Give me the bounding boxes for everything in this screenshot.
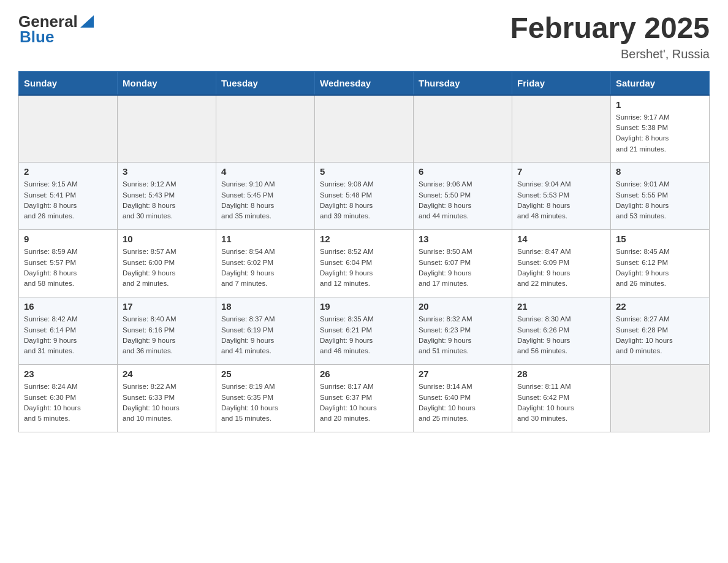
day-info: Sunrise: 8:37 AM Sunset: 6:19 PM Dayligh… [221,314,309,356]
table-row: 21Sunrise: 8:30 AM Sunset: 6:26 PM Dayli… [512,297,611,365]
day-info: Sunrise: 8:22 AM Sunset: 6:33 PM Dayligh… [123,381,211,424]
week-row-2: 2Sunrise: 9:15 AM Sunset: 5:41 PM Daylig… [19,163,710,230]
week-row-1: 1Sunrise: 9:17 AM Sunset: 5:38 PM Daylig… [19,95,710,163]
table-row [414,95,512,163]
table-row: 3Sunrise: 9:12 AM Sunset: 5:43 PM Daylig… [118,163,216,230]
day-info: Sunrise: 8:27 AM Sunset: 6:28 PM Dayligh… [616,314,704,356]
day-info: Sunrise: 8:19 AM Sunset: 6:35 PM Dayligh… [221,381,309,424]
day-info: Sunrise: 8:24 AM Sunset: 6:30 PM Dayligh… [24,381,112,424]
table-row: 6Sunrise: 9:06 AM Sunset: 5:50 PM Daylig… [414,163,512,230]
table-row: 11Sunrise: 8:54 AM Sunset: 6:02 PM Dayli… [216,230,315,297]
header-monday: Monday [118,71,216,95]
table-row: 16Sunrise: 8:42 AM Sunset: 6:14 PM Dayli… [19,297,118,365]
day-number: 4 [221,166,309,177]
day-number: 9 [24,234,112,244]
svg-marker-0 [80,15,94,28]
table-row: 12Sunrise: 8:52 AM Sunset: 6:04 PM Dayli… [315,230,414,297]
table-row: 5Sunrise: 9:08 AM Sunset: 5:48 PM Daylig… [315,163,414,230]
table-row: 15Sunrise: 8:45 AM Sunset: 6:12 PM Dayli… [611,230,710,297]
table-row [19,95,118,163]
day-number: 20 [419,301,507,312]
table-row [118,95,216,163]
day-number: 18 [221,301,309,312]
day-info: Sunrise: 9:17 AM Sunset: 5:38 PM Dayligh… [616,112,704,155]
table-row [512,95,611,163]
table-row: 19Sunrise: 8:35 AM Sunset: 6:21 PM Dayli… [315,297,414,365]
day-number: 1 [616,99,704,110]
day-number: 10 [123,234,211,244]
location: Bershet', Russia [510,47,710,61]
day-number: 2 [24,166,112,177]
day-info: Sunrise: 8:32 AM Sunset: 6:23 PM Dayligh… [419,314,507,356]
table-row: 14Sunrise: 8:47 AM Sunset: 6:09 PM Dayli… [512,230,611,297]
day-number: 15 [616,234,704,244]
table-row: 9Sunrise: 8:59 AM Sunset: 5:57 PM Daylig… [19,230,118,297]
table-row: 27Sunrise: 8:14 AM Sunset: 6:40 PM Dayli… [414,365,512,432]
day-number: 14 [517,234,605,244]
table-row [216,95,315,163]
table-row: 22Sunrise: 8:27 AM Sunset: 6:28 PM Dayli… [611,297,710,365]
day-info: Sunrise: 9:10 AM Sunset: 5:45 PM Dayligh… [221,179,309,221]
day-info: Sunrise: 8:14 AM Sunset: 6:40 PM Dayligh… [419,381,507,424]
header-tuesday: Tuesday [216,71,315,95]
table-row: 17Sunrise: 8:40 AM Sunset: 6:16 PM Dayli… [118,297,216,365]
day-info: Sunrise: 8:11 AM Sunset: 6:42 PM Dayligh… [517,381,605,424]
day-info: Sunrise: 8:30 AM Sunset: 6:26 PM Dayligh… [517,314,605,356]
calendar-table: Sunday Monday Tuesday Wednesday Thursday… [18,71,710,433]
table-row: 20Sunrise: 8:32 AM Sunset: 6:23 PM Dayli… [414,297,512,365]
table-row: 18Sunrise: 8:37 AM Sunset: 6:19 PM Dayli… [216,297,315,365]
title-area: February 2025 Bershet', Russia [510,12,710,61]
day-number: 28 [517,369,605,379]
week-row-4: 16Sunrise: 8:42 AM Sunset: 6:14 PM Dayli… [19,297,710,365]
day-number: 25 [221,369,309,379]
table-row: 2Sunrise: 9:15 AM Sunset: 5:41 PM Daylig… [19,163,118,230]
day-info: Sunrise: 8:35 AM Sunset: 6:21 PM Dayligh… [320,314,408,356]
day-info: Sunrise: 8:40 AM Sunset: 6:16 PM Dayligh… [123,314,211,356]
day-number: 23 [24,369,112,379]
logo-triangle-icon [80,15,94,28]
day-info: Sunrise: 9:06 AM Sunset: 5:50 PM Dayligh… [419,179,507,221]
day-number: 3 [123,166,211,177]
day-info: Sunrise: 8:59 AM Sunset: 5:57 PM Dayligh… [24,247,112,289]
day-info: Sunrise: 9:08 AM Sunset: 5:48 PM Dayligh… [320,179,408,221]
day-number: 27 [419,369,507,379]
header-sunday: Sunday [19,71,118,95]
week-row-5: 23Sunrise: 8:24 AM Sunset: 6:30 PM Dayli… [19,365,710,432]
day-number: 13 [419,234,507,244]
table-row [315,95,414,163]
header-thursday: Thursday [414,71,512,95]
table-row: 8Sunrise: 9:01 AM Sunset: 5:55 PM Daylig… [611,163,710,230]
day-number: 7 [517,166,605,177]
header-wednesday: Wednesday [315,71,414,95]
table-row: 1Sunrise: 9:17 AM Sunset: 5:38 PM Daylig… [611,95,710,163]
day-number: 17 [123,301,211,312]
day-info: Sunrise: 8:50 AM Sunset: 6:07 PM Dayligh… [419,247,507,289]
table-row: 28Sunrise: 8:11 AM Sunset: 6:42 PM Dayli… [512,365,611,432]
day-number: 6 [419,166,507,177]
day-number: 11 [221,234,309,244]
month-title: February 2025 [510,12,710,45]
table-row: 24Sunrise: 8:22 AM Sunset: 6:33 PM Dayli… [118,365,216,432]
day-info: Sunrise: 8:45 AM Sunset: 6:12 PM Dayligh… [616,247,704,289]
day-number: 16 [24,301,112,312]
header-friday: Friday [512,71,611,95]
day-info: Sunrise: 8:42 AM Sunset: 6:14 PM Dayligh… [24,314,112,356]
day-info: Sunrise: 8:17 AM Sunset: 6:37 PM Dayligh… [320,381,408,424]
day-info: Sunrise: 9:01 AM Sunset: 5:55 PM Dayligh… [616,179,704,221]
table-row: 23Sunrise: 8:24 AM Sunset: 6:30 PM Dayli… [19,365,118,432]
day-info: Sunrise: 8:47 AM Sunset: 6:09 PM Dayligh… [517,247,605,289]
day-number: 22 [616,301,704,312]
logo: General Blue [18,12,94,47]
table-row: 10Sunrise: 8:57 AM Sunset: 6:00 PM Dayli… [118,230,216,297]
day-number: 8 [616,166,704,177]
table-row [611,365,710,432]
day-info: Sunrise: 8:54 AM Sunset: 6:02 PM Dayligh… [221,247,309,289]
table-row: 7Sunrise: 9:04 AM Sunset: 5:53 PM Daylig… [512,163,611,230]
day-number: 5 [320,166,408,177]
week-row-3: 9Sunrise: 8:59 AM Sunset: 5:57 PM Daylig… [19,230,710,297]
day-number: 19 [320,301,408,312]
day-info: Sunrise: 9:12 AM Sunset: 5:43 PM Dayligh… [123,179,211,221]
table-row: 4Sunrise: 9:10 AM Sunset: 5:45 PM Daylig… [216,163,315,230]
table-row: 26Sunrise: 8:17 AM Sunset: 6:37 PM Dayli… [315,365,414,432]
day-number: 26 [320,369,408,379]
